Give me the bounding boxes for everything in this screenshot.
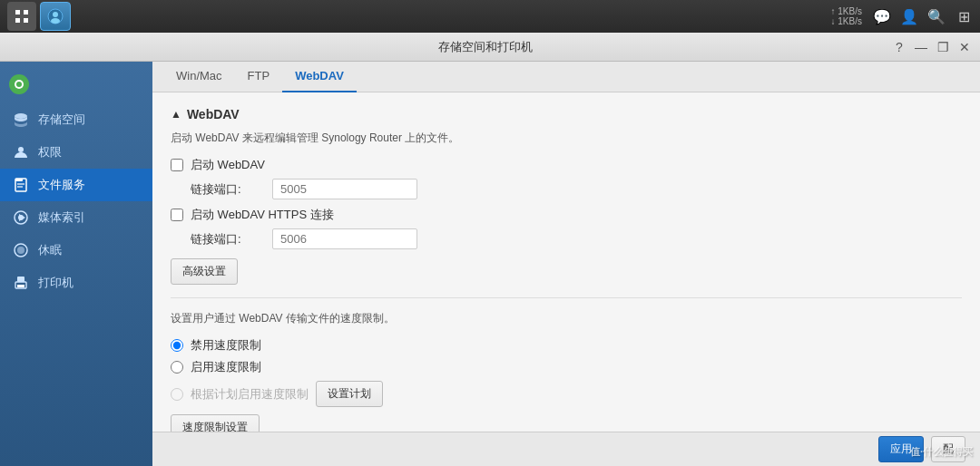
https-port-label: 链接端口:	[191, 231, 263, 248]
sidebar: 存储空间 权限	[0, 62, 152, 466]
svg-rect-22	[17, 285, 24, 287]
svg-point-8	[16, 82, 22, 87]
disable-speed-label[interactable]: 禁用速度限制	[191, 337, 261, 354]
svg-point-9	[15, 113, 27, 119]
window-body: 存储空间 权限	[0, 62, 980, 466]
advanced-settings-button[interactable]: 高级设置	[171, 258, 238, 285]
port-input[interactable]	[272, 179, 417, 199]
section-title: WebDAV	[187, 107, 240, 121]
svg-rect-1	[24, 10, 28, 15]
separator	[171, 297, 962, 298]
window-title: 存储空间和打印机	[80, 39, 891, 55]
sidebar-item-permissions[interactable]: 权限	[0, 136, 152, 169]
chevron-icon: ▲	[171, 108, 181, 121]
desktop: 存储空间和打印机 ? — ❐ ✕	[0, 33, 980, 466]
app-grid-button[interactable]	[7, 2, 36, 31]
schedule-speed-radio[interactable]	[171, 388, 183, 401]
close-button[interactable]: ✕	[956, 39, 973, 55]
grid-icon[interactable]: ⊞	[955, 7, 973, 25]
sidebar-item-mediaindex[interactable]: 媒体索引	[0, 201, 152, 234]
mediaindex-icon	[13, 209, 29, 226]
set-schedule-button[interactable]: 设置计划	[316, 381, 383, 407]
chat-icon[interactable]: 💬	[873, 7, 891, 25]
speed-section: 设置用户通过 WebDAV 传输文件的速度限制。 禁用速度限制 启用速度限制	[171, 311, 962, 432]
svg-point-19	[17, 247, 24, 254]
enable-speed-radio[interactable]	[171, 361, 183, 374]
speed-description: 设置用户通过 WebDAV 传输文件的速度限制。	[171, 311, 962, 326]
permissions-icon	[13, 144, 29, 160]
section-header: ▲ WebDAV	[171, 107, 962, 121]
svg-rect-2	[15, 18, 20, 23]
enable-https-row: 启动 WebDAV HTTPS 连接	[171, 207, 962, 223]
schedule-speed-label: 根据计划启用速度限制	[191, 386, 309, 403]
tab-ftp[interactable]: FTP	[235, 62, 283, 92]
app-taskbar-icon[interactable]	[40, 2, 71, 31]
printer-icon	[13, 275, 29, 291]
watermark: 值·什么值得买	[910, 445, 973, 459]
sidebar-label-fileservice: 文件服务	[38, 177, 85, 193]
minimize-button[interactable]: —	[913, 39, 929, 55]
storage-printer-window: 存储空间和打印机 ? — ❐ ✕	[0, 33, 980, 466]
svg-point-10	[18, 147, 24, 152]
https-port-row: 链接端口:	[171, 228, 962, 249]
svg-rect-21	[17, 277, 24, 282]
sidebar-item-fileservice[interactable]: 文件服务	[0, 169, 152, 201]
content-area: ▲ WebDAV 启动 WebDAV 来远程编辑管理 Synology Rout…	[152, 92, 980, 432]
taskbar-right: ↑ 1KB/s ↓ 1KB/s 💬 👤 🔍 ⊞	[831, 6, 973, 26]
svg-rect-3	[24, 18, 28, 23]
sidebar-label-printer: 打印机	[38, 275, 74, 291]
radio-disable-row: 禁用速度限制	[171, 337, 962, 354]
radio-schedule-row: 根据计划启用速度限制 设置计划	[171, 381, 962, 407]
advanced-btn-row: 高级设置	[171, 258, 962, 285]
speed-limit-settings-button[interactable]: 速度限制设置	[171, 414, 260, 432]
window-titlebar: 存储空间和打印机 ? — ❐ ✕	[0, 33, 980, 62]
sidebar-label-permissions: 权限	[38, 144, 62, 160]
svg-point-6	[51, 18, 60, 24]
enable-webdav-checkbox[interactable]	[171, 159, 183, 171]
sidebar-label-sleep: 休眠	[38, 242, 62, 258]
port-row: 链接端口:	[171, 179, 962, 199]
enable-https-label[interactable]: 启动 WebDAV HTTPS 连接	[191, 207, 334, 223]
taskbar: ↑ 1KB/s ↓ 1KB/s 💬 👤 🔍 ⊞	[0, 0, 980, 33]
enable-webdav-label[interactable]: 启动 WebDAV	[191, 157, 265, 173]
disable-speed-radio[interactable]	[171, 339, 183, 352]
enable-webdav-row: 启动 WebDAV	[171, 157, 962, 173]
sidebar-logo	[0, 69, 152, 103]
maximize-button[interactable]: ❐	[935, 39, 951, 55]
tabs-bar: Win/Mac FTP WebDAV	[152, 62, 980, 92]
radio-enable-row: 启用速度限制	[171, 359, 962, 375]
section-description: 启动 WebDAV 来远程编辑管理 Synology Router 上的文件。	[171, 131, 962, 146]
network-down: ↓ 1KB/s	[831, 16, 862, 26]
user-icon[interactable]: 👤	[900, 7, 918, 25]
sidebar-item-storage[interactable]: 存储空间	[0, 103, 152, 136]
sidebar-item-printer[interactable]: 打印机	[0, 267, 152, 299]
enable-speed-label[interactable]: 启用速度限制	[191, 359, 261, 375]
svg-marker-17	[19, 214, 25, 221]
tab-winmac[interactable]: Win/Mac	[163, 62, 235, 92]
search-icon[interactable]: 🔍	[927, 7, 946, 25]
logo-icon	[9, 74, 29, 94]
help-button[interactable]: ?	[891, 39, 907, 55]
enable-https-checkbox[interactable]	[171, 209, 183, 221]
port-label: 链接端口:	[191, 181, 263, 198]
network-stats: ↑ 1KB/s ↓ 1KB/s	[831, 6, 862, 26]
taskbar-left	[7, 2, 71, 31]
fileservice-icon	[13, 177, 29, 193]
window-footer: 应用 配	[152, 432, 980, 466]
sidebar-label-storage: 存储空间	[38, 112, 85, 128]
sidebar-item-sleep[interactable]: 休眠	[0, 234, 152, 267]
https-port-input[interactable]	[272, 228, 417, 249]
sleep-icon	[13, 242, 29, 258]
storage-icon	[13, 112, 29, 128]
network-up: ↑ 1KB/s	[831, 6, 862, 16]
svg-rect-0	[15, 10, 20, 15]
speed-limit-btn-row: 速度限制设置	[171, 414, 962, 432]
sidebar-label-mediaindex: 媒体索引	[38, 209, 85, 226]
main-content: Win/Mac FTP WebDAV ▲ WebDAV	[152, 62, 980, 466]
tab-webdav[interactable]: WebDAV	[282, 62, 357, 92]
window-controls: ? — ❐ ✕	[891, 39, 973, 55]
svg-point-5	[53, 12, 58, 17]
taskbar-icons: 💬 👤 🔍 ⊞	[873, 7, 973, 25]
